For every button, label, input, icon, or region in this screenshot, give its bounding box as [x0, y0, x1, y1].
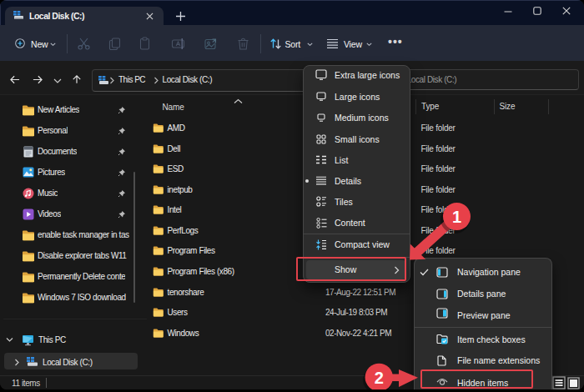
svg-text:1: 1	[452, 208, 461, 226]
svg-text:2: 2	[375, 369, 384, 387]
